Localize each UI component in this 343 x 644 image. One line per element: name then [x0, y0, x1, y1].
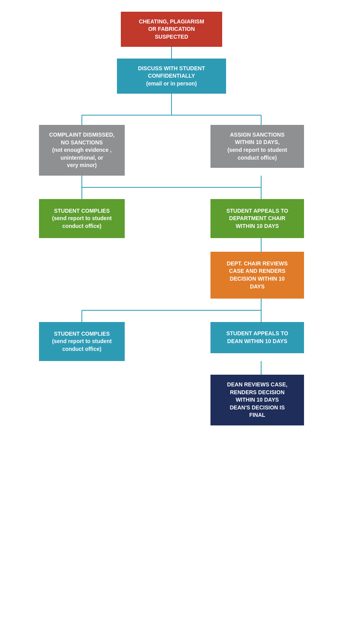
row-level2: COMPLAINT DISMISSED,NO SANCTIONS(not eno…	[39, 125, 304, 176]
conn-1	[171, 47, 172, 59]
complies2-box: STUDENT COMPLIES(send report to studentc…	[39, 322, 125, 361]
row-level3: STUDENT COMPLIES(send report to studentc…	[39, 199, 304, 238]
start-box: CHEATING, PLAGIARISMOR FABRICATIONSUSPEC…	[121, 12, 222, 47]
col-appeals-dean: STUDENT APPEALS TODEAN WITHIN 10 DAYS	[210, 322, 304, 353]
t-split-1	[12, 94, 331, 103]
appeals-dept-label: STUDENT APPEALS TODEPARTMENT CHAIRWITHIN…	[226, 207, 288, 230]
appeals-dept-box: STUDENT APPEALS TODEPARTMENT CHAIRWITHIN…	[210, 199, 304, 238]
conn-area-5	[39, 361, 304, 375]
row-level4: STUDENT COMPLIES(send report to studentc…	[39, 322, 304, 361]
discuss-label: DISCUSS WITH STUDENTCONFIDENTIALLY(email…	[138, 65, 205, 88]
appeals-dean-box: STUDENT APPEALS TODEAN WITHIN 10 DAYS	[210, 322, 304, 353]
dept-review-label: DEPT. CHAIR REVIEWSCASE AND RENDERSDECIS…	[227, 260, 288, 290]
col-sanctions: ASSIGN SANCTIONSWITHIN 10 DAYS,(send rep…	[210, 125, 304, 168]
start-label: CHEATING, PLAGIARISMOR FABRICATIONSUSPEC…	[139, 18, 204, 41]
complies1-box: STUDENT COMPLIES(send report to studentc…	[39, 199, 125, 238]
col-complies1: STUDENT COMPLIES(send report to studentc…	[39, 199, 125, 238]
dept-review-box: DEPT. CHAIR REVIEWSCASE AND RENDERSDECIS…	[210, 252, 304, 299]
sanctions-box: ASSIGN SANCTIONSWITHIN 10 DAYS,(send rep…	[210, 125, 304, 168]
row-dept-review: DEPT. CHAIR REVIEWSCASE AND RENDERSDECIS…	[39, 252, 304, 299]
dismissed-label: COMPLAINT DISMISSED,NO SANCTIONS(not eno…	[49, 131, 115, 169]
col-dept-review: DEPT. CHAIR REVIEWSCASE AND RENDERSDECIS…	[210, 252, 304, 299]
conn-2	[171, 94, 172, 103]
col-complies2: STUDENT COMPLIES(send report to studentc…	[39, 322, 125, 361]
t-connector-area-4	[39, 299, 304, 322]
row-dean-review: DEAN REVIEWS CASE,RENDERS DECISIONWITHIN…	[39, 375, 304, 425]
complies1-label: STUDENT COMPLIES(send report to studentc…	[52, 207, 111, 230]
col-appeals-dept: STUDENT APPEALS TODEPARTMENT CHAIRWITHIN…	[210, 199, 304, 238]
t-connector-area-2	[39, 176, 304, 199]
sanctions-label: ASSIGN SANCTIONSWITHIN 10 DAYS,(send rep…	[227, 131, 287, 162]
conn-area-3	[39, 238, 304, 252]
dean-review-label: DEAN REVIEWS CASE,RENDERS DECISIONWITHIN…	[227, 381, 288, 419]
complies2-label: STUDENT COMPLIES(send report to studentc…	[52, 330, 111, 353]
col-dismissed: COMPLAINT DISMISSED,NO SANCTIONS(not eno…	[39, 125, 125, 176]
col-dean-review: DEAN REVIEWS CASE,RENDERS DECISIONWITHIN…	[210, 375, 304, 425]
dismissed-box: COMPLAINT DISMISSED,NO SANCTIONS(not eno…	[39, 125, 125, 176]
discuss-box: DISCUSS WITH STUDENTCONFIDENTIALLY(email…	[117, 59, 226, 94]
flowchart: CHEATING, PLAGIARISMOR FABRICATIONSUSPEC…	[12, 12, 331, 632]
t-connector-area-1	[39, 103, 304, 125]
dean-review-box: DEAN REVIEWS CASE,RENDERS DECISIONWITHIN…	[210, 375, 304, 425]
appeals-dean-label: STUDENT APPEALS TODEAN WITHIN 10 DAYS	[226, 330, 288, 345]
